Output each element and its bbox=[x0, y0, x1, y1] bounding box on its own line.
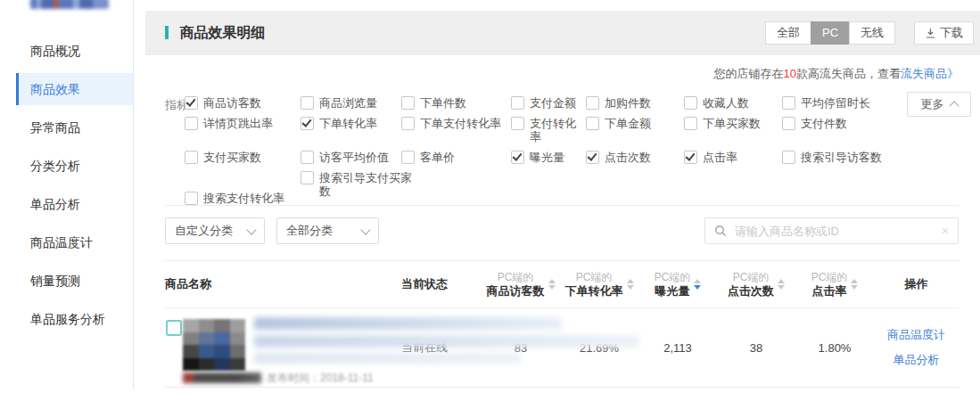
sidebar-item[interactable]: 分类分析 bbox=[16, 150, 133, 182]
column-header-prefix: PC端的 bbox=[565, 271, 623, 284]
metric-checkbox-label: 下单金额 bbox=[605, 117, 651, 130]
download-button[interactable]: 下载 bbox=[914, 21, 974, 45]
metric-checkbox-label: 客单价 bbox=[420, 151, 455, 164]
sort-icon[interactable] bbox=[778, 279, 785, 290]
metric-checkbox-label: 支付转化率 bbox=[530, 117, 586, 143]
metric-checkbox[interactable]: 搜索引导访客数 bbox=[782, 151, 971, 164]
platform-tab[interactable]: 全部 bbox=[765, 21, 811, 45]
redacted-nav-item[interactable] bbox=[30, 0, 109, 9]
checkbox-icon bbox=[684, 96, 697, 110]
sidebar-item[interactable]: 商品效果 bbox=[16, 73, 133, 105]
more-metrics-button[interactable]: 更多 bbox=[907, 92, 971, 117]
row-checkbox[interactable] bbox=[166, 320, 182, 336]
sortable-column-header[interactable]: PC端的点击率 bbox=[795, 271, 874, 299]
sortable-column-header[interactable]: PC端的曝光量 bbox=[638, 271, 717, 299]
checkbox-icon bbox=[782, 117, 795, 130]
metrics-checkbox-grid: 商品访客数商品浏览量下单件数支付金额加购件数收藏人数平均停留时长详情页跳出率下单… bbox=[185, 96, 971, 164]
metric-checkbox-label: 点击率 bbox=[703, 151, 737, 164]
column-header: 操作 bbox=[874, 276, 959, 292]
sortable-column-header[interactable]: PC端的下单转化率 bbox=[560, 271, 638, 299]
metric-checkbox-label: 支付件数 bbox=[801, 117, 847, 130]
metric-checkbox[interactable]: 点击次数 bbox=[586, 151, 684, 164]
action-link-analysis[interactable]: 单品分析 bbox=[894, 348, 940, 372]
sort-icon[interactable] bbox=[548, 279, 556, 290]
custom-category-value: 自定义分类 bbox=[175, 223, 233, 239]
sort-icon[interactable] bbox=[627, 279, 634, 290]
metric-checkbox-label: 下单件数 bbox=[420, 96, 466, 110]
sidebar-item[interactable]: 商品概况 bbox=[16, 35, 133, 67]
metric-checkbox[interactable]: 商品浏览量 bbox=[301, 96, 401, 110]
sort-desc-icon bbox=[548, 285, 556, 290]
platform-tab[interactable]: PC bbox=[811, 21, 850, 45]
chevron-down-icon bbox=[246, 225, 256, 234]
clear-icon[interactable]: × bbox=[942, 225, 949, 237]
sort-asc-icon bbox=[694, 279, 701, 283]
sortable-column-header[interactable]: PC端的商品访客数 bbox=[482, 271, 560, 299]
sidebar-item[interactable]: 商品温度计 bbox=[16, 226, 133, 258]
metric-checkbox[interactable]: 搜索支付转化率 bbox=[185, 192, 284, 205]
metric-checkbox[interactable]: 下单买家数 bbox=[684, 117, 782, 143]
title-accent-bar bbox=[165, 26, 169, 39]
sidebar: 商品概况商品效果异常商品分类分析单品分析商品温度计销量预测单品服务分析 bbox=[16, 0, 134, 389]
metric-checkbox[interactable]: 下单金额 bbox=[586, 117, 684, 143]
metric-checkbox-label: 搜索支付转化率 bbox=[203, 192, 284, 205]
checkbox-icon bbox=[301, 117, 314, 130]
metric-checkbox-label: 平均停留时长 bbox=[801, 96, 870, 110]
filters-row: 自定义分类 全部分类 × bbox=[165, 217, 959, 246]
product-cell: 发布时间：2018-11-11 bbox=[165, 308, 388, 387]
metric-checkbox[interactable]: 搜索引导支付买家数 bbox=[301, 171, 420, 198]
sortable-column-header[interactable]: PC端的点击次数 bbox=[717, 271, 795, 299]
sort-asc-icon bbox=[778, 279, 785, 283]
loss-products-link[interactable]: 流失商品》 bbox=[901, 67, 959, 80]
checkbox-icon bbox=[782, 96, 795, 110]
sidebar-menu: 商品概况商品效果异常商品分类分析单品分析商品温度计销量预测单品服务分析 bbox=[16, 35, 133, 341]
metric-checkbox-label: 商品浏览量 bbox=[319, 96, 377, 110]
metric-checkbox[interactable]: 曝光量 bbox=[511, 151, 586, 164]
platform-tab[interactable]: 无线 bbox=[849, 21, 895, 45]
sidebar-item[interactable]: 销量预测 bbox=[16, 265, 133, 297]
search-box[interactable]: × bbox=[704, 217, 959, 244]
metric-checkbox[interactable]: 详情页跳出率 bbox=[185, 117, 301, 143]
custom-category-select[interactable]: 自定义分类 bbox=[165, 217, 265, 244]
metric-checkbox-label: 加购件数 bbox=[605, 96, 651, 110]
metric-checkbox[interactable]: 支付买家数 bbox=[185, 151, 301, 164]
table-header-row: 商品名称当前状态PC端的商品访客数PC端的下单转化率PC端的曝光量PC端的点击次… bbox=[165, 260, 959, 308]
all-category-value: 全部分类 bbox=[286, 223, 333, 239]
checkbox-icon bbox=[782, 151, 795, 164]
sort-icon[interactable] bbox=[694, 279, 701, 290]
metric-checkbox-label: 详情页跳出率 bbox=[203, 117, 273, 130]
sort-asc-icon bbox=[851, 279, 858, 283]
value-clicks: 38 bbox=[717, 341, 795, 355]
search-input[interactable] bbox=[733, 224, 935, 239]
sort-icon[interactable] bbox=[851, 279, 858, 290]
metric-checkbox[interactable]: 下单件数 bbox=[401, 96, 511, 110]
metric-checkbox-label: 曝光量 bbox=[530, 151, 564, 164]
platform-toggle: 全部PC无线 bbox=[765, 21, 895, 45]
product-title-redacted bbox=[254, 353, 522, 364]
all-category-select[interactable]: 全部分类 bbox=[276, 217, 379, 244]
value-exposure: 2,113 bbox=[638, 341, 717, 355]
metric-checkbox[interactable]: 收藏人数 bbox=[684, 96, 782, 110]
sidebar-item[interactable]: 异常商品 bbox=[16, 111, 133, 143]
checkbox-icon bbox=[185, 151, 198, 164]
sidebar-item[interactable]: 单品分析 bbox=[16, 188, 133, 220]
metric-checkbox[interactable]: 支付转化率 bbox=[511, 117, 586, 143]
metric-checkbox[interactable]: 点击率 bbox=[684, 151, 782, 164]
metric-checkbox[interactable]: 客单价 bbox=[401, 151, 511, 164]
checkbox-icon bbox=[586, 151, 599, 164]
metric-checkbox[interactable]: 下单支付转化率 bbox=[401, 117, 511, 143]
notice-text-2: 款高流失商品，查看 bbox=[796, 67, 901, 80]
metric-checkbox[interactable]: 加购件数 bbox=[586, 96, 684, 110]
metric-checkbox-label: 搜索引导支付买家数 bbox=[319, 171, 420, 198]
metric-checkbox[interactable]: 支付金额 bbox=[511, 96, 586, 110]
search-icon bbox=[714, 225, 727, 237]
action-link-thermometer[interactable]: 商品温度计 bbox=[887, 323, 945, 348]
sort-desc-icon bbox=[694, 285, 701, 290]
metric-checkbox[interactable]: 支付件数 bbox=[782, 117, 971, 143]
sort-desc-icon bbox=[851, 285, 858, 290]
metric-checkbox[interactable]: 下单转化率 bbox=[301, 117, 401, 143]
metric-checkbox[interactable]: 商品访客数 bbox=[185, 96, 301, 110]
sidebar-item[interactable]: 单品服务分析 bbox=[16, 303, 133, 335]
metric-checkbox-label: 下单支付转化率 bbox=[420, 117, 501, 130]
metric-checkbox[interactable]: 访客平均价值 bbox=[301, 151, 401, 164]
